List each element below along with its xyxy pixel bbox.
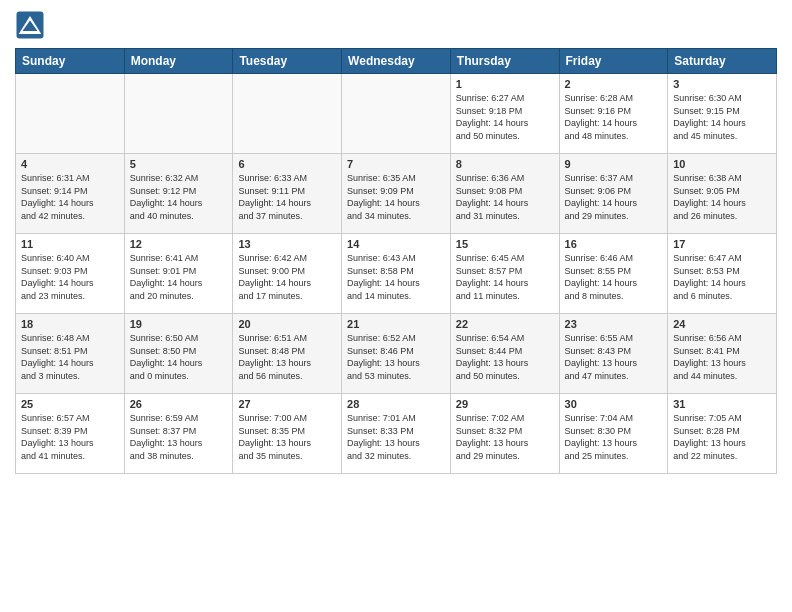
day-cell-18: 18Sunrise: 6:48 AM Sunset: 8:51 PM Dayli… [16,314,125,394]
day-info: Sunrise: 6:43 AM Sunset: 8:58 PM Dayligh… [347,252,445,302]
date-number: 4 [21,158,119,170]
day-info: Sunrise: 6:42 AM Sunset: 9:00 PM Dayligh… [238,252,336,302]
date-number: 25 [21,398,119,410]
day-cell-31: 31Sunrise: 7:05 AM Sunset: 8:28 PM Dayli… [668,394,777,474]
day-info: Sunrise: 6:40 AM Sunset: 9:03 PM Dayligh… [21,252,119,302]
day-header-sunday: Sunday [16,49,125,74]
day-info: Sunrise: 6:51 AM Sunset: 8:48 PM Dayligh… [238,332,336,382]
header [15,10,777,40]
date-number: 19 [130,318,228,330]
empty-cell [233,74,342,154]
day-info: Sunrise: 6:47 AM Sunset: 8:53 PM Dayligh… [673,252,771,302]
day-cell-26: 26Sunrise: 6:59 AM Sunset: 8:37 PM Dayli… [124,394,233,474]
day-info: Sunrise: 6:54 AM Sunset: 8:44 PM Dayligh… [456,332,554,382]
day-header-thursday: Thursday [450,49,559,74]
week-row-1: 1Sunrise: 6:27 AM Sunset: 9:18 PM Daylig… [16,74,777,154]
day-info: Sunrise: 7:04 AM Sunset: 8:30 PM Dayligh… [565,412,663,462]
date-number: 18 [21,318,119,330]
day-header-saturday: Saturday [668,49,777,74]
day-header-wednesday: Wednesday [342,49,451,74]
day-cell-12: 12Sunrise: 6:41 AM Sunset: 9:01 PM Dayli… [124,234,233,314]
date-number: 14 [347,238,445,250]
day-cell-9: 9Sunrise: 6:37 AM Sunset: 9:06 PM Daylig… [559,154,668,234]
day-info: Sunrise: 6:32 AM Sunset: 9:12 PM Dayligh… [130,172,228,222]
calendar-table: SundayMondayTuesdayWednesdayThursdayFrid… [15,48,777,474]
day-cell-3: 3Sunrise: 6:30 AM Sunset: 9:15 PM Daylig… [668,74,777,154]
day-cell-27: 27Sunrise: 7:00 AM Sunset: 8:35 PM Dayli… [233,394,342,474]
day-info: Sunrise: 6:27 AM Sunset: 9:18 PM Dayligh… [456,92,554,142]
date-number: 13 [238,238,336,250]
week-row-4: 18Sunrise: 6:48 AM Sunset: 8:51 PM Dayli… [16,314,777,394]
day-info: Sunrise: 7:02 AM Sunset: 8:32 PM Dayligh… [456,412,554,462]
week-row-3: 11Sunrise: 6:40 AM Sunset: 9:03 PM Dayli… [16,234,777,314]
day-cell-14: 14Sunrise: 6:43 AM Sunset: 8:58 PM Dayli… [342,234,451,314]
date-number: 21 [347,318,445,330]
day-cell-7: 7Sunrise: 6:35 AM Sunset: 9:09 PM Daylig… [342,154,451,234]
day-cell-20: 20Sunrise: 6:51 AM Sunset: 8:48 PM Dayli… [233,314,342,394]
day-header-friday: Friday [559,49,668,74]
day-cell-1: 1Sunrise: 6:27 AM Sunset: 9:18 PM Daylig… [450,74,559,154]
page: SundayMondayTuesdayWednesdayThursdayFrid… [0,0,792,612]
day-cell-16: 16Sunrise: 6:46 AM Sunset: 8:55 PM Dayli… [559,234,668,314]
day-info: Sunrise: 6:38 AM Sunset: 9:05 PM Dayligh… [673,172,771,222]
day-cell-24: 24Sunrise: 6:56 AM Sunset: 8:41 PM Dayli… [668,314,777,394]
date-number: 7 [347,158,445,170]
week-row-2: 4Sunrise: 6:31 AM Sunset: 9:14 PM Daylig… [16,154,777,234]
date-number: 15 [456,238,554,250]
day-cell-13: 13Sunrise: 6:42 AM Sunset: 9:00 PM Dayli… [233,234,342,314]
date-number: 1 [456,78,554,90]
day-info: Sunrise: 6:45 AM Sunset: 8:57 PM Dayligh… [456,252,554,302]
day-cell-29: 29Sunrise: 7:02 AM Sunset: 8:32 PM Dayli… [450,394,559,474]
date-number: 2 [565,78,663,90]
date-number: 11 [21,238,119,250]
date-number: 8 [456,158,554,170]
day-cell-6: 6Sunrise: 6:33 AM Sunset: 9:11 PM Daylig… [233,154,342,234]
day-info: Sunrise: 6:57 AM Sunset: 8:39 PM Dayligh… [21,412,119,462]
date-number: 24 [673,318,771,330]
day-info: Sunrise: 6:35 AM Sunset: 9:09 PM Dayligh… [347,172,445,222]
day-info: Sunrise: 6:56 AM Sunset: 8:41 PM Dayligh… [673,332,771,382]
day-info: Sunrise: 6:59 AM Sunset: 8:37 PM Dayligh… [130,412,228,462]
day-cell-17: 17Sunrise: 6:47 AM Sunset: 8:53 PM Dayli… [668,234,777,314]
date-number: 30 [565,398,663,410]
day-header-tuesday: Tuesday [233,49,342,74]
date-number: 26 [130,398,228,410]
day-cell-5: 5Sunrise: 6:32 AM Sunset: 9:12 PM Daylig… [124,154,233,234]
day-cell-11: 11Sunrise: 6:40 AM Sunset: 9:03 PM Dayli… [16,234,125,314]
date-number: 23 [565,318,663,330]
date-number: 5 [130,158,228,170]
empty-cell [342,74,451,154]
day-cell-4: 4Sunrise: 6:31 AM Sunset: 9:14 PM Daylig… [16,154,125,234]
day-cell-22: 22Sunrise: 6:54 AM Sunset: 8:44 PM Dayli… [450,314,559,394]
day-cell-2: 2Sunrise: 6:28 AM Sunset: 9:16 PM Daylig… [559,74,668,154]
day-info: Sunrise: 6:37 AM Sunset: 9:06 PM Dayligh… [565,172,663,222]
day-cell-21: 21Sunrise: 6:52 AM Sunset: 8:46 PM Dayli… [342,314,451,394]
date-number: 16 [565,238,663,250]
empty-cell [16,74,125,154]
day-cell-8: 8Sunrise: 6:36 AM Sunset: 9:08 PM Daylig… [450,154,559,234]
date-number: 20 [238,318,336,330]
day-cell-25: 25Sunrise: 6:57 AM Sunset: 8:39 PM Dayli… [16,394,125,474]
day-cell-19: 19Sunrise: 6:50 AM Sunset: 8:50 PM Dayli… [124,314,233,394]
date-number: 22 [456,318,554,330]
day-info: Sunrise: 6:30 AM Sunset: 9:15 PM Dayligh… [673,92,771,142]
day-info: Sunrise: 6:50 AM Sunset: 8:50 PM Dayligh… [130,332,228,382]
day-header-monday: Monday [124,49,233,74]
date-number: 10 [673,158,771,170]
day-cell-28: 28Sunrise: 7:01 AM Sunset: 8:33 PM Dayli… [342,394,451,474]
day-info: Sunrise: 6:33 AM Sunset: 9:11 PM Dayligh… [238,172,336,222]
day-cell-23: 23Sunrise: 6:55 AM Sunset: 8:43 PM Dayli… [559,314,668,394]
day-info: Sunrise: 6:41 AM Sunset: 9:01 PM Dayligh… [130,252,228,302]
date-number: 12 [130,238,228,250]
day-info: Sunrise: 6:46 AM Sunset: 8:55 PM Dayligh… [565,252,663,302]
date-number: 3 [673,78,771,90]
date-number: 29 [456,398,554,410]
day-info: Sunrise: 7:05 AM Sunset: 8:28 PM Dayligh… [673,412,771,462]
date-number: 31 [673,398,771,410]
day-info: Sunrise: 6:28 AM Sunset: 9:16 PM Dayligh… [565,92,663,142]
day-info: Sunrise: 7:01 AM Sunset: 8:33 PM Dayligh… [347,412,445,462]
date-number: 9 [565,158,663,170]
day-info: Sunrise: 6:55 AM Sunset: 8:43 PM Dayligh… [565,332,663,382]
day-cell-15: 15Sunrise: 6:45 AM Sunset: 8:57 PM Dayli… [450,234,559,314]
day-info: Sunrise: 6:52 AM Sunset: 8:46 PM Dayligh… [347,332,445,382]
